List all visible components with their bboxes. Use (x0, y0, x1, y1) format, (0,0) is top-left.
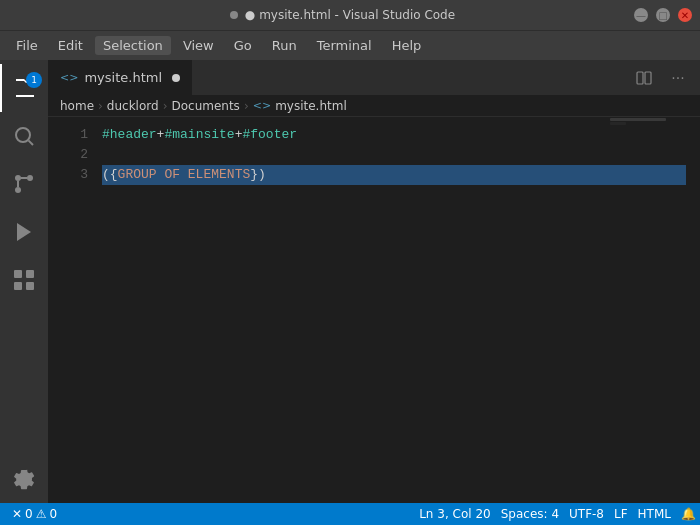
warning-icon: ⚠ (36, 507, 47, 521)
tab-label: mysite.html (84, 70, 162, 85)
close-button[interactable]: ✕ (678, 8, 692, 22)
bell-icon: 🔔 (681, 507, 696, 521)
scrollbar[interactable] (690, 117, 700, 503)
breadcrumb-home[interactable]: home (60, 99, 94, 113)
menu-edit[interactable]: Edit (50, 36, 91, 55)
code-area[interactable]: 1 2 3 #header+#mainsite+#footer ({GROUP … (48, 117, 700, 503)
line-num-1: 1 (48, 125, 88, 145)
menu-terminal[interactable]: Terminal (309, 36, 380, 55)
svg-rect-10 (14, 282, 22, 290)
breadcrumb-ducklord[interactable]: ducklord (107, 99, 159, 113)
status-right: Ln 3, Col 20 Spaces: 4 UTF-8 LF HTML 🔔 (415, 507, 700, 521)
warning-count: 0 (49, 507, 57, 521)
position-text: Ln 3, Col 20 (419, 507, 491, 521)
activity-explorer[interactable]: 1 (0, 64, 48, 112)
breadcrumb-documents[interactable]: Documents (171, 99, 239, 113)
statusbar: ✕ 0 ⚠ 0 Ln 3, Col 20 Spaces: 4 UTF-8 LF … (0, 503, 700, 525)
titlebar-controls: — □ ✕ (634, 8, 692, 22)
source-control-icon (12, 172, 36, 196)
svg-marker-7 (17, 223, 31, 241)
svg-rect-11 (26, 282, 34, 290)
status-encoding[interactable]: UTF-8 (565, 507, 608, 521)
svg-point-2 (15, 175, 21, 181)
menu-view[interactable]: View (175, 36, 222, 55)
explorer-badge: 1 (26, 72, 42, 88)
code-line-2 (102, 145, 686, 165)
code-line-1: #header+#mainsite+#footer (102, 125, 686, 145)
main-layout: 1 (0, 60, 700, 503)
error-icon: ✕ (12, 507, 22, 521)
code-editor[interactable]: #header+#mainsite+#footer ({GROUP OF ELE… (98, 117, 690, 503)
tab-mysite-html[interactable]: <> mysite.html (48, 60, 193, 95)
language-text: HTML (638, 507, 671, 521)
minimize-button[interactable]: — (634, 8, 648, 22)
tabbar: <> mysite.html ··· (48, 60, 700, 95)
more-actions-button[interactable]: ··· (664, 64, 692, 92)
menu-selection[interactable]: Selection (95, 36, 171, 55)
status-notification[interactable]: 🔔 (677, 507, 700, 521)
svg-point-3 (27, 175, 33, 181)
error-count: 0 (25, 507, 33, 521)
tab-file-icon: <> (60, 71, 78, 84)
maximize-button[interactable]: □ (656, 8, 670, 22)
settings-icon (12, 467, 36, 491)
breadcrumb-file[interactable]: mysite.html (275, 99, 347, 113)
tab-modified-dot (172, 74, 180, 82)
spaces-text: Spaces: 4 (501, 507, 559, 521)
status-left: ✕ 0 ⚠ 0 (0, 507, 69, 521)
svg-point-0 (16, 128, 30, 142)
breadcrumb: home › ducklord › Documents › <> mysite.… (48, 95, 700, 117)
svg-rect-8 (14, 270, 22, 278)
menu-go[interactable]: Go (226, 36, 260, 55)
svg-rect-13 (645, 72, 651, 84)
encoding-text: UTF-8 (569, 507, 604, 521)
svg-point-4 (15, 187, 21, 193)
extensions-icon (12, 268, 36, 292)
titlebar-title: ● mysite.html - Visual Studio Code (245, 8, 455, 22)
modified-dot (230, 11, 238, 19)
tabbar-actions: ··· (622, 60, 700, 95)
activity-source-control[interactable] (0, 160, 48, 208)
activity-search[interactable] (0, 112, 48, 160)
activity-run-debug[interactable] (0, 208, 48, 256)
split-editor-button[interactable] (630, 64, 658, 92)
line-numbers: 1 2 3 (48, 117, 98, 503)
menu-help[interactable]: Help (384, 36, 430, 55)
split-editor-icon (636, 70, 652, 86)
line-ending-text: LF (614, 507, 628, 521)
line-num-2: 2 (48, 145, 88, 165)
titlebar: ● mysite.html - Visual Studio Code — □ ✕ (0, 0, 700, 30)
menubar: File Edit Selection View Go Run Terminal… (0, 30, 700, 60)
menu-run[interactable]: Run (264, 36, 305, 55)
status-position[interactable]: Ln 3, Col 20 (415, 507, 495, 521)
status-language[interactable]: HTML (634, 507, 675, 521)
code-line-3: ({GROUP OF ELEMENTS}) (102, 165, 686, 185)
svg-line-1 (29, 141, 33, 145)
breadcrumb-file-icon: <> (253, 99, 271, 112)
svg-rect-9 (26, 270, 34, 278)
scrollbar-minimap (690, 117, 700, 503)
svg-rect-12 (637, 72, 643, 84)
status-line-ending[interactable]: LF (610, 507, 632, 521)
status-spaces[interactable]: Spaces: 4 (497, 507, 563, 521)
search-icon (12, 124, 36, 148)
line-num-3: 3 (48, 165, 88, 185)
menu-file[interactable]: File (8, 36, 46, 55)
status-errors[interactable]: ✕ 0 ⚠ 0 (8, 507, 61, 521)
activity-settings[interactable] (0, 455, 48, 503)
run-debug-icon (12, 220, 36, 244)
activity-extensions[interactable] (0, 256, 48, 304)
editor-area: <> mysite.html ··· home › ducklord › Doc… (48, 60, 700, 503)
activitybar: 1 (0, 60, 48, 503)
